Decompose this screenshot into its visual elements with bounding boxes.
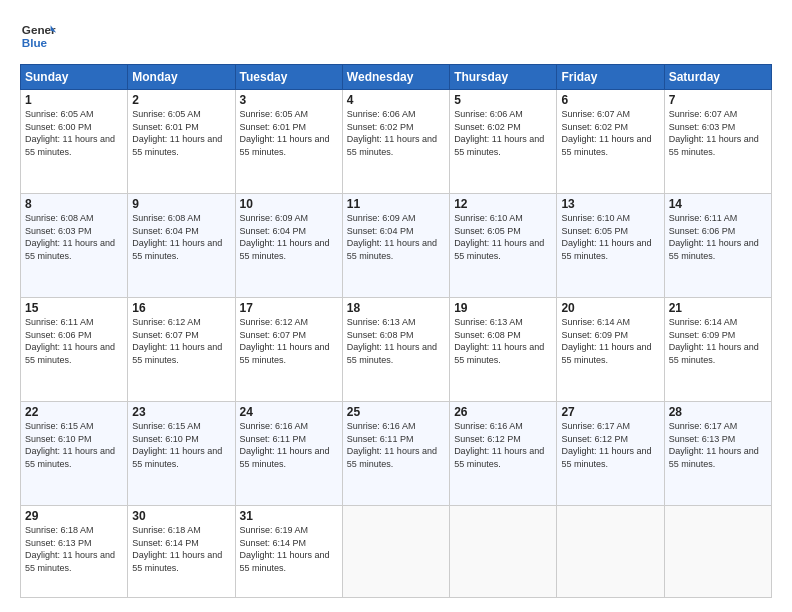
calendar-table: SundayMondayTuesdayWednesdayThursdayFrid… (20, 64, 772, 598)
day-number: 26 (454, 405, 552, 419)
day-number: 19 (454, 301, 552, 315)
day-number: 27 (561, 405, 659, 419)
day-info: Sunrise: 6:05 AMSunset: 6:01 PMDaylight:… (240, 109, 330, 157)
calendar-cell: 22Sunrise: 6:15 AMSunset: 6:10 PMDayligh… (21, 402, 128, 506)
calendar-cell: 3Sunrise: 6:05 AMSunset: 6:01 PMDaylight… (235, 90, 342, 194)
day-info: Sunrise: 6:07 AMSunset: 6:03 PMDaylight:… (669, 109, 759, 157)
day-info: Sunrise: 6:09 AMSunset: 6:04 PMDaylight:… (240, 213, 330, 261)
day-number: 2 (132, 93, 230, 107)
day-info: Sunrise: 6:17 AMSunset: 6:12 PMDaylight:… (561, 421, 651, 469)
day-number: 20 (561, 301, 659, 315)
calendar-cell: 21Sunrise: 6:14 AMSunset: 6:09 PMDayligh… (664, 298, 771, 402)
day-info: Sunrise: 6:13 AMSunset: 6:08 PMDaylight:… (347, 317, 437, 365)
calendar-cell: 7Sunrise: 6:07 AMSunset: 6:03 PMDaylight… (664, 90, 771, 194)
day-info: Sunrise: 6:06 AMSunset: 6:02 PMDaylight:… (347, 109, 437, 157)
day-number: 10 (240, 197, 338, 211)
day-info: Sunrise: 6:14 AMSunset: 6:09 PMDaylight:… (561, 317, 651, 365)
calendar-cell: 13Sunrise: 6:10 AMSunset: 6:05 PMDayligh… (557, 194, 664, 298)
calendar-cell: 14Sunrise: 6:11 AMSunset: 6:06 PMDayligh… (664, 194, 771, 298)
day-number: 31 (240, 509, 338, 523)
calendar-cell: 6Sunrise: 6:07 AMSunset: 6:02 PMDaylight… (557, 90, 664, 194)
day-info: Sunrise: 6:12 AMSunset: 6:07 PMDaylight:… (240, 317, 330, 365)
day-info: Sunrise: 6:11 AMSunset: 6:06 PMDaylight:… (669, 213, 759, 261)
calendar-cell: 23Sunrise: 6:15 AMSunset: 6:10 PMDayligh… (128, 402, 235, 506)
day-number: 9 (132, 197, 230, 211)
day-info: Sunrise: 6:06 AMSunset: 6:02 PMDaylight:… (454, 109, 544, 157)
calendar-cell: 9Sunrise: 6:08 AMSunset: 6:04 PMDaylight… (128, 194, 235, 298)
day-info: Sunrise: 6:11 AMSunset: 6:06 PMDaylight:… (25, 317, 115, 365)
day-info: Sunrise: 6:14 AMSunset: 6:09 PMDaylight:… (669, 317, 759, 365)
day-number: 21 (669, 301, 767, 315)
calendar-week-row: 8Sunrise: 6:08 AMSunset: 6:03 PMDaylight… (21, 194, 772, 298)
day-number: 5 (454, 93, 552, 107)
day-number: 16 (132, 301, 230, 315)
day-number: 8 (25, 197, 123, 211)
day-number: 30 (132, 509, 230, 523)
day-info: Sunrise: 6:10 AMSunset: 6:05 PMDaylight:… (454, 213, 544, 261)
day-number: 13 (561, 197, 659, 211)
calendar-cell: 19Sunrise: 6:13 AMSunset: 6:08 PMDayligh… (450, 298, 557, 402)
day-number: 1 (25, 93, 123, 107)
day-info: Sunrise: 6:19 AMSunset: 6:14 PMDaylight:… (240, 525, 330, 573)
calendar-cell: 27Sunrise: 6:17 AMSunset: 6:12 PMDayligh… (557, 402, 664, 506)
header: General Blue (20, 18, 772, 54)
day-number: 25 (347, 405, 445, 419)
calendar-cell: 30Sunrise: 6:18 AMSunset: 6:14 PMDayligh… (128, 506, 235, 598)
calendar-cell: 11Sunrise: 6:09 AMSunset: 6:04 PMDayligh… (342, 194, 449, 298)
day-number: 14 (669, 197, 767, 211)
calendar-week-row: 22Sunrise: 6:15 AMSunset: 6:10 PMDayligh… (21, 402, 772, 506)
calendar-cell (342, 506, 449, 598)
calendar-cell: 31Sunrise: 6:19 AMSunset: 6:14 PMDayligh… (235, 506, 342, 598)
day-info: Sunrise: 6:18 AMSunset: 6:14 PMDaylight:… (132, 525, 222, 573)
day-info: Sunrise: 6:16 AMSunset: 6:12 PMDaylight:… (454, 421, 544, 469)
calendar-week-row: 1Sunrise: 6:05 AMSunset: 6:00 PMDaylight… (21, 90, 772, 194)
day-info: Sunrise: 6:05 AMSunset: 6:01 PMDaylight:… (132, 109, 222, 157)
logo: General Blue (20, 18, 60, 54)
day-info: Sunrise: 6:18 AMSunset: 6:13 PMDaylight:… (25, 525, 115, 573)
calendar-cell: 24Sunrise: 6:16 AMSunset: 6:11 PMDayligh… (235, 402, 342, 506)
calendar-cell (664, 506, 771, 598)
day-info: Sunrise: 6:15 AMSunset: 6:10 PMDaylight:… (132, 421, 222, 469)
day-info: Sunrise: 6:09 AMSunset: 6:04 PMDaylight:… (347, 213, 437, 261)
calendar-cell: 4Sunrise: 6:06 AMSunset: 6:02 PMDaylight… (342, 90, 449, 194)
column-header-saturday: Saturday (664, 65, 771, 90)
calendar-cell: 5Sunrise: 6:06 AMSunset: 6:02 PMDaylight… (450, 90, 557, 194)
day-info: Sunrise: 6:08 AMSunset: 6:04 PMDaylight:… (132, 213, 222, 261)
calendar-week-row: 29Sunrise: 6:18 AMSunset: 6:13 PMDayligh… (21, 506, 772, 598)
day-info: Sunrise: 6:16 AMSunset: 6:11 PMDaylight:… (347, 421, 437, 469)
calendar-cell: 8Sunrise: 6:08 AMSunset: 6:03 PMDaylight… (21, 194, 128, 298)
day-number: 17 (240, 301, 338, 315)
day-number: 18 (347, 301, 445, 315)
calendar-cell: 25Sunrise: 6:16 AMSunset: 6:11 PMDayligh… (342, 402, 449, 506)
day-info: Sunrise: 6:08 AMSunset: 6:03 PMDaylight:… (25, 213, 115, 261)
column-header-monday: Monday (128, 65, 235, 90)
calendar-cell: 2Sunrise: 6:05 AMSunset: 6:01 PMDaylight… (128, 90, 235, 194)
day-info: Sunrise: 6:07 AMSunset: 6:02 PMDaylight:… (561, 109, 651, 157)
column-header-thursday: Thursday (450, 65, 557, 90)
day-number: 29 (25, 509, 123, 523)
calendar-cell: 17Sunrise: 6:12 AMSunset: 6:07 PMDayligh… (235, 298, 342, 402)
calendar-cell (450, 506, 557, 598)
day-number: 7 (669, 93, 767, 107)
svg-text:Blue: Blue (22, 36, 48, 49)
page: General Blue SundayMondayTuesdayWednesda… (0, 0, 792, 612)
day-number: 15 (25, 301, 123, 315)
day-number: 22 (25, 405, 123, 419)
day-info: Sunrise: 6:12 AMSunset: 6:07 PMDaylight:… (132, 317, 222, 365)
day-number: 28 (669, 405, 767, 419)
calendar-cell: 28Sunrise: 6:17 AMSunset: 6:13 PMDayligh… (664, 402, 771, 506)
column-header-sunday: Sunday (21, 65, 128, 90)
day-info: Sunrise: 6:17 AMSunset: 6:13 PMDaylight:… (669, 421, 759, 469)
day-number: 12 (454, 197, 552, 211)
calendar-cell: 20Sunrise: 6:14 AMSunset: 6:09 PMDayligh… (557, 298, 664, 402)
day-info: Sunrise: 6:10 AMSunset: 6:05 PMDaylight:… (561, 213, 651, 261)
day-number: 6 (561, 93, 659, 107)
day-info: Sunrise: 6:13 AMSunset: 6:08 PMDaylight:… (454, 317, 544, 365)
calendar-cell: 18Sunrise: 6:13 AMSunset: 6:08 PMDayligh… (342, 298, 449, 402)
calendar-cell: 29Sunrise: 6:18 AMSunset: 6:13 PMDayligh… (21, 506, 128, 598)
calendar-cell: 16Sunrise: 6:12 AMSunset: 6:07 PMDayligh… (128, 298, 235, 402)
column-header-tuesday: Tuesday (235, 65, 342, 90)
calendar-cell: 12Sunrise: 6:10 AMSunset: 6:05 PMDayligh… (450, 194, 557, 298)
calendar-body: 1Sunrise: 6:05 AMSunset: 6:00 PMDaylight… (21, 90, 772, 598)
day-number: 11 (347, 197, 445, 211)
